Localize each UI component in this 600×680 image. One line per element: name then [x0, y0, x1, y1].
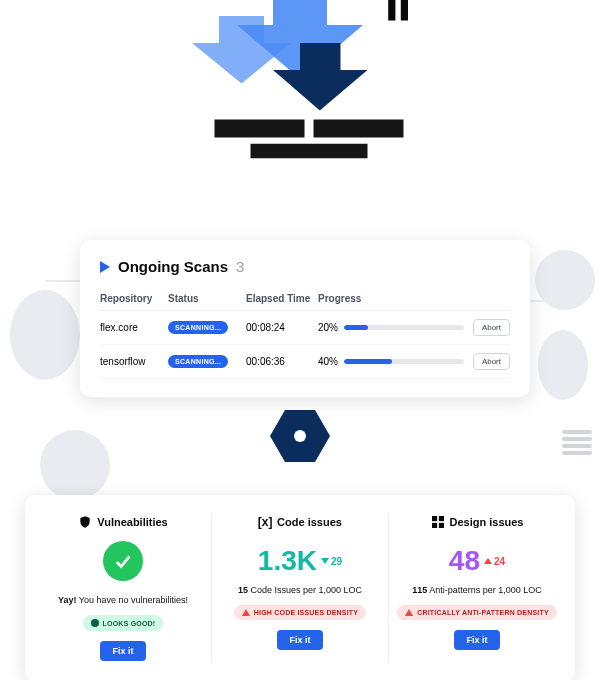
col-header-repo: Repository: [100, 293, 168, 304]
design-issues-value: 48 24: [449, 541, 505, 581]
grid-icon: [431, 515, 445, 529]
abort-button[interactable]: Abort: [473, 319, 510, 336]
vuln-message: Yay! You have no vulnerabilities!: [58, 595, 188, 605]
scan-table: Repository Status Elapsed Time Progress …: [100, 287, 510, 379]
svg-rect-0: [388, 0, 395, 21]
warning-icon: [405, 609, 413, 616]
scans-count: 3: [236, 258, 244, 275]
fix-button[interactable]: Fix it: [454, 630, 499, 650]
design-issues-panel: Design issues 48 24 115 Anti-patterns pe…: [389, 515, 565, 661]
metrics-card: Vulneabilities Yay! You have no vulnerab…: [25, 495, 575, 680]
code-issues-value: 1.3K 29: [258, 541, 342, 581]
abort-button[interactable]: Abort: [473, 353, 510, 370]
svg-rect-1: [401, 0, 408, 21]
brackets-icon: [x]: [258, 515, 272, 529]
metric-title: Design issues: [450, 516, 524, 528]
progress-bar: [344, 359, 464, 364]
elapsed-time: 00:08:24: [246, 322, 318, 333]
table-row: flex.core SCANNING... 00:08:24 20% Abort: [100, 311, 510, 345]
hexagon-icon: [270, 410, 330, 462]
progress-bar: [344, 325, 464, 330]
table-row: tensorflow SCANNING... 00:06:36 40% Abor…: [100, 345, 510, 379]
col-header-status: Status: [168, 293, 246, 304]
status-badge: SCANNING...: [168, 321, 228, 334]
fix-button[interactable]: Fix it: [100, 641, 145, 661]
play-icon: [100, 261, 110, 273]
svg-rect-5: [438, 516, 443, 521]
check-circle-icon: [103, 541, 143, 581]
vulnerabilities-panel: Vulneabilities Yay! You have no vulnerab…: [35, 515, 212, 661]
code-density: 15 Code Issues per 1,000 LOC: [238, 585, 362, 595]
design-density: 115 Anti-patterns per 1,000 LOC: [412, 585, 542, 595]
ongoing-scans-card: Ongoing Scans 3 Repository Status Elapse…: [80, 240, 530, 397]
svg-point-3: [294, 430, 306, 442]
code-issues-panel: [x] Code issues 1.3K 29 15 Code Issues p…: [212, 515, 389, 661]
svg-rect-7: [438, 523, 443, 528]
delta-down: 29: [321, 556, 342, 567]
status-badge-critical: CRITICALLY ANTI-PATTERN DENSITY: [397, 605, 557, 620]
elapsed-time: 00:06:36: [246, 356, 318, 367]
metric-title: Vulneabilities: [97, 516, 168, 528]
status-badge-high: HIGH CODE ISSUES DENSITY: [234, 605, 366, 620]
svg-rect-4: [432, 516, 437, 521]
status-badge-good: LOOKS GOOD!: [83, 615, 164, 631]
hero-graphic: [150, 0, 450, 160]
col-header-time: Elapsed Time: [246, 293, 318, 304]
warning-icon: [242, 609, 250, 616]
progress-pct: 20%: [318, 322, 338, 333]
delta-up: 24: [484, 556, 505, 567]
metric-title: Code issues: [277, 516, 342, 528]
repo-name: tensorflow: [100, 356, 168, 367]
shield-icon: [78, 515, 92, 529]
status-badge: SCANNING...: [168, 355, 228, 368]
svg-rect-6: [432, 523, 437, 528]
progress-pct: 40%: [318, 356, 338, 367]
repo-name: flex.core: [100, 322, 168, 333]
fix-button[interactable]: Fix it: [277, 630, 322, 650]
col-header-progress: Progress: [318, 293, 464, 304]
scans-title: Ongoing Scans: [118, 258, 228, 275]
